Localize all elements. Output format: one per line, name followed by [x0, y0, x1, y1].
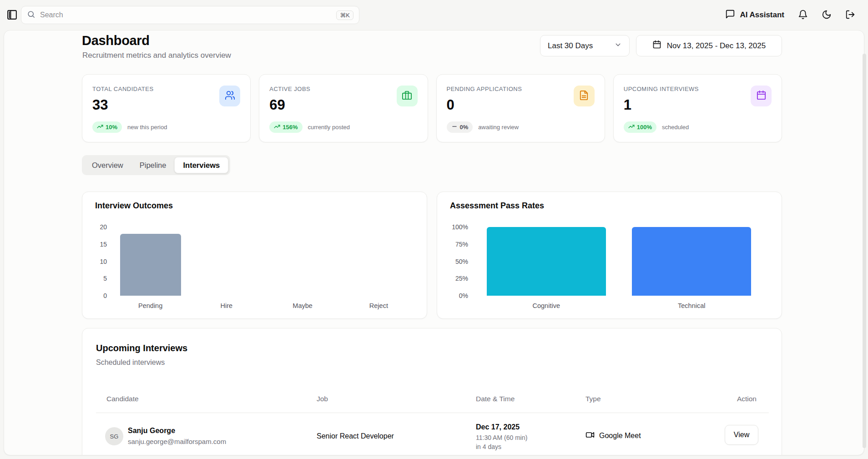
tab-overview[interactable]: Overview: [84, 157, 131, 173]
logout-button[interactable]: [845, 10, 855, 21]
column-header-type: Type: [585, 395, 601, 403]
page-title: Dashboard: [82, 33, 150, 48]
y-tick-label: 100%: [437, 223, 468, 231]
stats-row: TOTAL CANDIDATES 33 10% new this period …: [82, 74, 782, 142]
column-header-candidate: Candidate: [106, 395, 139, 403]
vertical-scrollbar-thumb[interactable]: [863, 54, 866, 448]
assessment-pass-rates-chart: Assessment Pass Rates 0%25%50%75%100%Cog…: [437, 192, 782, 319]
stat-card-active-jobs: ACTIVE JOBS 69 156% currently posted: [259, 74, 428, 142]
date-range-value: Nov 13, 2025 - Dec 13, 2025: [667, 41, 766, 50]
stat-label: TOTAL CANDIDATES: [92, 86, 240, 92]
view-button[interactable]: View: [725, 425, 758, 445]
users-icon: [225, 90, 235, 102]
top-bar: ⌘K AI Assistant: [0, 0, 868, 30]
minus-icon: [451, 123, 458, 131]
stat-icon-box-2: [574, 86, 595, 106]
avatar: SG: [105, 427, 123, 445]
notifications-button[interactable]: [798, 10, 808, 21]
trending-up-icon: [628, 123, 635, 131]
stat-trend-badge: 100%: [624, 121, 656, 133]
y-tick-label: 20: [82, 223, 107, 231]
column-header-date-time: Date & Time: [476, 395, 515, 403]
column-header-action: Action: [737, 395, 757, 403]
interview-relative-time: in 4 days: [476, 443, 501, 450]
stat-card-pending-applications: PENDING APPLICATIONS 0 0% awaiting revie…: [436, 74, 605, 142]
trending-up-icon: [97, 123, 103, 131]
dashboard-tabs: Overview Pipeline Interviews: [82, 155, 230, 175]
stat-card-upcoming-interviews: UPCOMING INTERVIEWS 1 100% scheduled: [613, 74, 782, 142]
file-text-icon: [579, 90, 589, 102]
stat-label: PENDING APPLICATIONS: [447, 86, 595, 92]
chart-title: Interview Outcomes: [95, 201, 173, 211]
stat-trend-badge: 10%: [92, 121, 122, 133]
stat-card-total-candidates: TOTAL CANDIDATES 33 10% new this period: [82, 74, 251, 142]
chart-bar-pending: [120, 234, 181, 296]
y-tick-label: 25%: [437, 274, 468, 282]
x-axis-label: Cognitive: [474, 302, 619, 309]
interview-outcomes-chart: Interview Outcomes 05101520PendingHireMa…: [82, 192, 427, 319]
candidate-name: Sanju George: [128, 427, 175, 435]
logout-icon: [845, 10, 855, 21]
stat-value: 33: [92, 97, 240, 113]
chat-bubble-icon: [725, 9, 735, 21]
dark-mode-toggle[interactable]: [822, 10, 832, 21]
interview-time: 11:30 AM (60 min): [476, 434, 527, 441]
x-axis-label: Reject: [341, 302, 417, 309]
y-tick-label: 15: [82, 240, 107, 248]
main-content-panel: Dashboard Recruitment metrics and analyt…: [4, 30, 864, 455]
y-tick-label: 10: [82, 257, 107, 266]
chart-bar-cognitive: [487, 227, 606, 296]
stat-label: ACTIVE JOBS: [269, 86, 417, 92]
chart-title: Assessment Pass Rates: [450, 201, 544, 211]
x-axis-label: Hire: [188, 302, 264, 309]
x-axis-label: Maybe: [265, 302, 341, 309]
candidate-email: sanju.george@mailforspam.com: [128, 438, 226, 445]
x-axis-label: Technical: [619, 302, 765, 309]
upcoming-interviews-title: Upcoming Interviews: [96, 343, 187, 353]
tab-interviews[interactable]: Interviews: [174, 157, 228, 173]
stat-caption: scheduled: [662, 124, 689, 131]
bell-icon: [798, 10, 808, 21]
moon-icon: [822, 10, 832, 21]
interview-type-cell: Google Meet: [585, 430, 641, 441]
stat-caption: currently posted: [308, 124, 350, 131]
stat-icon-box-1: [397, 86, 418, 106]
y-tick-label: 5: [82, 274, 107, 282]
y-tick-label: 0%: [437, 292, 468, 300]
ai-assistant-button[interactable]: AI Assistant: [725, 9, 784, 21]
y-tick-label: 50%: [437, 257, 468, 266]
search-shortcut-kbd: ⌘K: [336, 10, 353, 20]
calendar-icon: [652, 40, 661, 51]
chevron-down-icon: [614, 41, 622, 51]
period-select[interactable]: Last 30 Days: [540, 35, 630, 56]
briefcase-icon: [402, 90, 412, 102]
upcoming-interviews-card: Upcoming Interviews Scheduled interviews…: [82, 328, 782, 455]
ai-assistant-label: AI Assistant: [740, 10, 784, 20]
stat-value: 69: [269, 97, 417, 113]
page-subtitle: Recruitment metrics and analytics overvi…: [82, 51, 231, 60]
column-header-job: Job: [317, 395, 328, 403]
x-axis-label: Pending: [112, 302, 188, 309]
video-camera-icon: [585, 430, 595, 441]
table-header-divider: [96, 413, 769, 413]
stat-icon-box-0: [219, 86, 240, 106]
job-cell: Senior React Developer: [317, 432, 394, 440]
stat-value: 1: [624, 97, 772, 113]
date-range-button[interactable]: Nov 13, 2025 - Dec 13, 2025: [636, 35, 782, 56]
top-right-actions: AI Assistant: [725, 0, 855, 30]
stat-caption: new this period: [127, 124, 167, 131]
y-tick-label: 0: [82, 292, 107, 300]
search-icon: [27, 10, 35, 20]
sidebar-toggle-button[interactable]: [6, 9, 18, 22]
search-input[interactable]: [40, 11, 336, 19]
stat-value: 0: [447, 97, 595, 113]
stat-label: UPCOMING INTERVIEWS: [624, 86, 772, 92]
y-tick-label: 75%: [437, 240, 468, 248]
search-bar: ⌘K: [21, 6, 359, 24]
panel-left-icon: [6, 9, 18, 22]
upcoming-interviews-subtitle: Scheduled interviews: [96, 358, 165, 367]
chart-bar-technical: [632, 227, 751, 296]
tab-pipeline[interactable]: Pipeline: [131, 157, 175, 173]
calendar-icon: [756, 90, 767, 102]
trending-up-icon: [274, 123, 280, 131]
